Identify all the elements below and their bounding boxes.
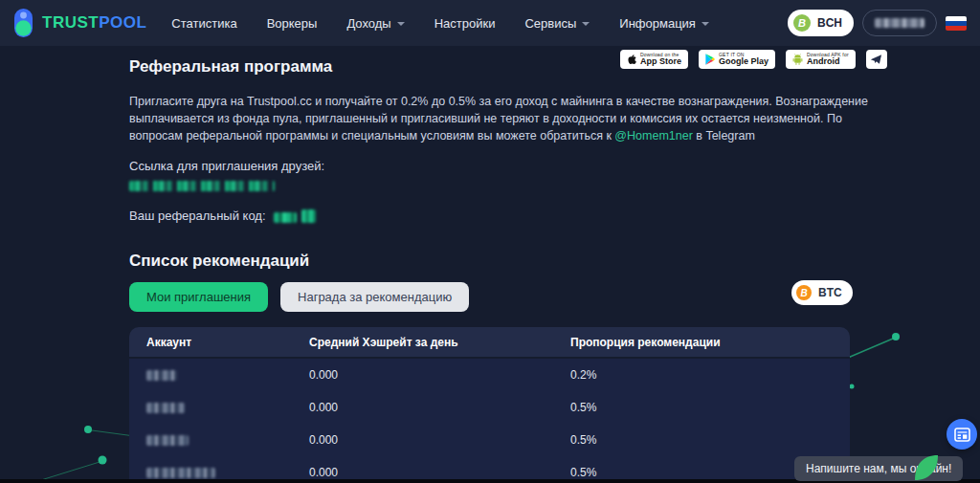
badge-bottom-text: Android — [807, 57, 849, 66]
badge-bottom-text: App Store — [640, 57, 681, 66]
russian-flag-language-switch[interactable] — [946, 16, 967, 31]
description-text: в Telegram — [693, 129, 755, 143]
invite-link-label: Ссылка для приглашения друзей: — [129, 159, 324, 173]
redacted-account-name — [875, 18, 924, 28]
description-text: Пригласите друга на Trustpool.cc и получ… — [129, 95, 868, 143]
nav-right-cluster: B BCH — [788, 10, 967, 36]
chat-widget-button[interactable] — [947, 419, 977, 450]
menu-label: Сервисы — [524, 16, 576, 31]
proportion-value: 0.5% — [570, 401, 850, 414]
recommendations-tabs: Мои приглашения Награда за рекомендацию — [129, 282, 469, 312]
google-play-icon — [705, 54, 715, 65]
redacted-account — [146, 468, 215, 478]
chat-keyboard-icon — [954, 428, 970, 442]
redacted-account — [146, 403, 185, 413]
recommendations-table: Аккаунт Средний Хэшрейт за день Пропорци… — [129, 327, 850, 483]
hashrate-value: 0.000 — [309, 466, 570, 479]
menu-item-settings[interactable]: Настройки — [434, 16, 496, 31]
chevron-down-icon — [397, 22, 405, 26]
tab-recommendation-reward[interactable]: Награда за рекомендацию — [280, 282, 469, 312]
bch-coin-icon: B — [793, 14, 811, 32]
coin-filter-btc[interactable]: B BTC — [791, 280, 853, 305]
referral-code-label: Ваш реферальный код: — [129, 209, 266, 223]
coin-selector-label: BCH — [817, 16, 842, 30]
telegram-plane-icon — [870, 54, 882, 65]
chevron-down-icon — [702, 22, 709, 26]
trustpool-logo[interactable]: TRUSTPOOL — [13, 8, 146, 38]
chevron-down-icon — [582, 22, 590, 26]
menu-label: Настройки — [434, 16, 496, 31]
app-store-badge[interactable]: Download on theApp Store — [620, 50, 688, 69]
header-proportion: Пропорция рекомендации — [570, 336, 850, 349]
recommendations-section-title: Список рекомендаций — [129, 252, 309, 271]
proportion-value: 0.2% — [570, 368, 850, 382]
coin-selector-bch[interactable]: B BCH — [788, 10, 854, 36]
hashrate-value: 0.000 — [309, 401, 570, 414]
table-header-row: Аккаунт Средний Хэшрейт за день Пропорци… — [129, 327, 850, 359]
android-apk-badge[interactable]: Download APK forAndroid — [786, 50, 856, 69]
tab-my-invitations[interactable]: Мои приглашения — [129, 282, 268, 312]
hashrate-value: 0.000 — [309, 368, 570, 382]
top-navigation-bar: TRUSTPOOL Статистика Воркеры Доходы Наст… — [0, 0, 980, 46]
menu-item-information[interactable]: Информация — [619, 16, 709, 31]
table-row[interactable]: 0.000 0.5% — [129, 391, 850, 424]
proportion-value: 0.5% — [570, 433, 850, 447]
coin-filter-label: BTC — [818, 286, 842, 299]
table-row[interactable]: 0.000 0.5% — [129, 424, 850, 456]
menu-label: Воркеры — [267, 16, 318, 31]
page-title: Реферальная программа — [129, 57, 332, 77]
apple-icon — [627, 54, 636, 65]
hashrate-value: 0.000 — [309, 433, 570, 447]
menu-item-income[interactable]: Доходы — [346, 16, 404, 31]
menu-label: Информация — [619, 16, 696, 31]
btc-coin-icon: B — [796, 285, 812, 300]
telegram-badge[interactable] — [866, 50, 887, 69]
menu-item-services[interactable]: Сервисы — [524, 16, 590, 31]
google-play-badge[interactable]: GET IT ONGoogle Play — [699, 50, 775, 69]
table-row[interactable]: 0.000 0.2% — [129, 359, 850, 391]
logo-wordmark: TRUSTPOOL — [42, 13, 146, 33]
menu-item-workers[interactable]: Воркеры — [267, 16, 318, 31]
account-menu-button[interactable] — [862, 10, 937, 36]
referral-page: TRUSTPOOL Статистика Воркеры Доходы Наст… — [0, 0, 980, 483]
badge-bottom-text: Google Play — [719, 57, 768, 66]
android-icon — [792, 54, 803, 65]
redacted-account — [146, 370, 177, 381]
menu-item-statistics[interactable]: Статистика — [171, 16, 236, 31]
header-hashrate: Средний Хэшрейт за день — [309, 336, 570, 349]
telegram-contact-link[interactable]: @Homem1ner — [614, 129, 692, 143]
app-download-badges: Download on theApp Store GET IT ONGoogle… — [620, 50, 887, 69]
redacted-referral-code[interactable] — [274, 209, 316, 223]
menu-label: Доходы — [346, 16, 390, 31]
referral-code-line: Ваш реферальный код: — [129, 209, 316, 223]
menu-label: Статистика — [171, 16, 236, 31]
redacted-referral-link[interactable] — [129, 178, 275, 195]
redacted-account — [146, 435, 189, 446]
chat-tooltip[interactable]: Напишите нам, мы онлайн! — [794, 456, 963, 481]
chat-tooltip-text: Напишите нам, мы онлайн! — [806, 462, 951, 475]
referral-description: Пригласите друга на Trustpool.cc и получ… — [129, 93, 876, 144]
header-account: Аккаунт — [129, 336, 309, 349]
trustpool-logo-icon — [13, 8, 33, 38]
main-menu: Статистика Воркеры Доходы Настройки Серв… — [171, 16, 709, 31]
